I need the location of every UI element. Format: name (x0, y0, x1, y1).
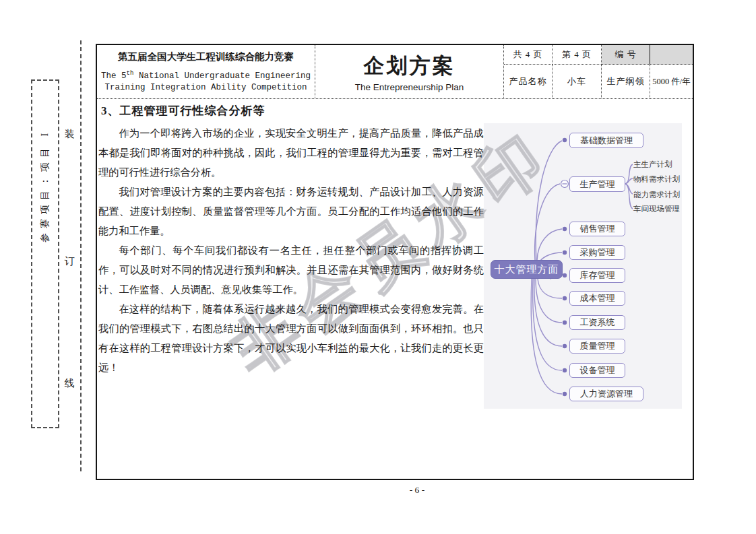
mindmap-node-production[interactable]: 生产管理 (569, 176, 625, 192)
mindmap-node-basic-data[interactable]: 基础数据管理 (569, 133, 643, 148)
mindmap-subnode-master-plan: 主生产计划 (633, 160, 672, 169)
product-name-value-cell: 小车 (553, 65, 602, 98)
header-divider (97, 98, 693, 99)
document-title-cell: 企划方案 The Entrepreneurship Plan (315, 45, 504, 99)
branch-dots (563, 138, 567, 396)
product-name-label-cell: 产品名称 (504, 65, 553, 98)
binding-mark-zhuang: 装 (62, 128, 77, 141)
mindmap-subnode-workshop-mgmt: 车间现场管理 (633, 204, 680, 213)
competition-name-en: The 5th National Undergraduate Engineeri… (101, 68, 311, 94)
binding-dashed-line (80, 40, 82, 471)
mindmap-node-purchasing[interactable]: 采购管理 (569, 245, 625, 260)
page-number: - 6 - (96, 485, 694, 496)
production-target-value-cell: 5000 件/年 (650, 65, 693, 98)
current-page-cell: 第 4 页 (553, 45, 602, 65)
mindmap-node-inventory[interactable]: 库存管理 (569, 268, 625, 283)
project-label: 参赛项目：项目 I (39, 129, 51, 242)
competition-name-cell: 第五届全国大学生工程训练综合能力竞赛 The 5th National Unde… (97, 45, 315, 99)
mindmap-node-sales[interactable]: 销售管理 (569, 222, 625, 236)
mindmap-node-quality[interactable]: 质量管理 (569, 339, 625, 354)
mindmap-node-equipment[interactable]: 设备管理 (569, 363, 625, 378)
mindmap-node-cost[interactable]: 成本管理 (569, 291, 625, 306)
production-target-label-cell: 生产纲领 (602, 65, 650, 98)
number-value-cell (650, 45, 693, 65)
total-pages-cell: 共 4 页 (504, 45, 553, 65)
mindmap: 十大管理方面 基础数据管理 生产管理 销售管理 采购管理 库存管理 成本管理 工… (484, 123, 682, 409)
binding-mark-xian: 线 (62, 377, 77, 390)
paragraph: 每个部门、每个车间我们都设有一名主任，担任整个部门或车间的指挥协调工作，可以及时… (98, 240, 484, 299)
mindmap-node-hr[interactable]: 人力资源管理 (569, 387, 643, 401)
section-heading: 3、工程管理可行性综合分析等 (101, 103, 265, 119)
mindmap-subnode-material-plan: 物料需求计划 (633, 174, 680, 184)
body-text: 作为一个即将跨入市场的企业，实现安全文明生产，提高产品质量，降低产品成本都是我们… (98, 123, 484, 377)
document-page: 参赛项目：项目 I 装 订 线 第五届全国大学生工程训练综合能力竞赛 The 5… (0, 0, 756, 534)
paragraph: 作为一个即将跨入市场的企业，实现安全文明生产，提高产品质量，降低产品成本都是我们… (98, 123, 484, 182)
collapse-icon[interactable] (561, 180, 569, 188)
document-title-en: The Entrepreneurship Plan (355, 82, 464, 92)
mindmap-node-wage-system[interactable]: 工资系统 (569, 315, 625, 330)
document-title: 企划方案 (364, 52, 455, 80)
mindmap-root-node[interactable]: 十大管理方面 (491, 260, 563, 279)
paragraph: 在这样的结构下，随着体系运行越来越久，我们的管理模式会变得愈发完善。在我们的管理… (98, 299, 484, 377)
number-label-cell: 编 号 (602, 45, 650, 65)
competition-name-cn: 第五届全国大学生工程训练综合能力竞赛 (118, 51, 294, 63)
paragraph: 我们对管理设计方案的主要内容包括：财务运转规划、产品设计加工、人力资源配置、进度… (98, 182, 484, 240)
mindmap-subnode-capacity-plan: 能力需求计划 (633, 190, 680, 199)
binding-mark-ding: 订 (62, 255, 77, 268)
